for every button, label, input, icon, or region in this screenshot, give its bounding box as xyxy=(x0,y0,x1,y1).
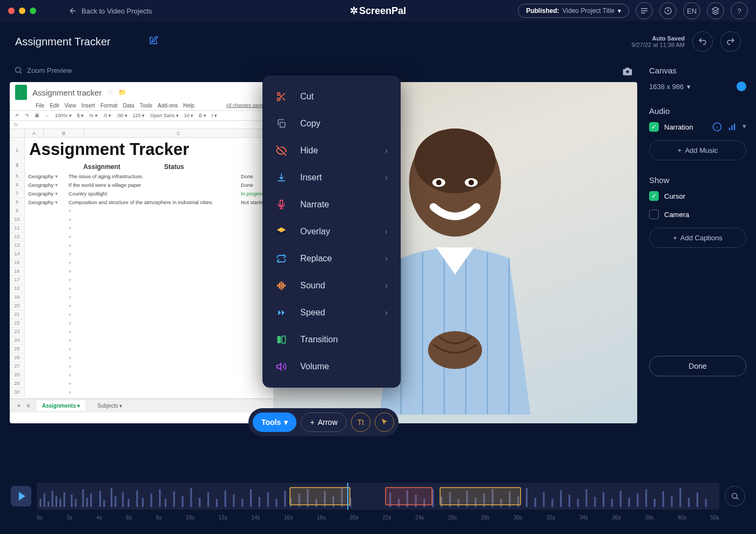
layers-button[interactable] xyxy=(707,2,724,19)
history-icon xyxy=(664,6,672,15)
sheet-menu-item[interactable]: Insert xyxy=(82,103,95,109)
time-tick: 14s xyxy=(251,515,260,521)
sheet-toolbar-item[interactable]: I ▾ xyxy=(212,113,217,118)
sheet-menu-item[interactable]: Edit xyxy=(50,103,59,109)
svg-rect-105 xyxy=(697,492,698,507)
sheet-menu-item[interactable]: View xyxy=(64,103,76,109)
info-icon[interactable] xyxy=(712,122,722,132)
redo-button[interactable] xyxy=(720,31,741,52)
screenshot-button[interactable] xyxy=(622,66,633,79)
plus-icon: + xyxy=(673,234,677,242)
menu-item-transition[interactable]: Transition xyxy=(262,326,401,353)
sheet-tab-assignments[interactable]: Assignments ▾ xyxy=(37,401,86,411)
svg-rect-26 xyxy=(48,502,49,507)
sheet-menu-item[interactable]: Add-ons xyxy=(158,103,178,109)
camera-checkbox[interactable] xyxy=(649,209,659,219)
svg-point-8 xyxy=(428,331,482,369)
chevron-right-icon: › xyxy=(385,308,388,317)
done-label: Done xyxy=(688,362,706,370)
svg-rect-85 xyxy=(526,488,528,507)
menu-item-speed[interactable]: Speed › xyxy=(262,299,401,326)
play-button[interactable] xyxy=(11,486,31,506)
help-button[interactable]: ? xyxy=(731,2,748,19)
chevron-down-icon[interactable]: ▾ xyxy=(742,122,746,132)
svg-rect-57 xyxy=(259,497,260,507)
menu-item-insert[interactable]: Insert › xyxy=(262,164,401,191)
sheet-toolbar-item[interactable]: 100% ▾ xyxy=(55,113,72,118)
maximize-window-button[interactable] xyxy=(30,8,36,14)
menu-item-narrate[interactable]: Narrate xyxy=(262,191,401,218)
zoom-preview-label: Zoom Preview xyxy=(27,66,72,75)
sheet-toolbar-item[interactable]: 123 ▾ xyxy=(133,113,145,118)
menu-item-volume[interactable]: Volume xyxy=(262,353,401,380)
waveform-track[interactable] xyxy=(37,483,719,510)
svg-rect-46 xyxy=(165,499,166,507)
sheet-toolbar-item[interactable]: .00 ▾ xyxy=(117,113,127,118)
sheet-toolbar-item[interactable]: % ▾ xyxy=(89,113,98,118)
canvas-dimensions-dropdown[interactable]: 1638 x 986 ▾ xyxy=(649,83,691,91)
undo-button[interactable] xyxy=(692,31,713,52)
menu-item-overlay[interactable]: Overlay › xyxy=(262,218,401,245)
done-button[interactable]: Done xyxy=(649,356,746,376)
narration-label: Narration xyxy=(664,123,693,131)
tools-dropdown[interactable]: Tools ▾ xyxy=(253,413,296,432)
sheet-menu-item[interactable]: Data xyxy=(123,103,134,109)
sheet-toolbar-item[interactable]: $ ▾ xyxy=(77,113,84,118)
canvas-color-swatch[interactable] xyxy=(737,82,746,91)
back-button[interactable]: Back to Video Projects xyxy=(69,6,152,15)
svg-rect-40 xyxy=(122,492,124,507)
svg-rect-43 xyxy=(142,498,144,507)
cursor-checkbox[interactable]: ✓ xyxy=(649,191,659,201)
zoom-preview-button[interactable]: Zoom Preview xyxy=(14,66,72,75)
copy-icon xyxy=(275,118,287,130)
menu-item-replace[interactable]: Replace › xyxy=(262,245,401,272)
playhead[interactable] xyxy=(347,483,348,510)
menu-item-cut[interactable]: Cut xyxy=(262,83,401,110)
time-tick: 36s xyxy=(612,515,620,521)
sheet-toolbar-item[interactable]: 10 ▾ xyxy=(184,113,194,118)
menu-label: Insert xyxy=(300,173,322,182)
add-captions-button[interactable]: + Add Captions xyxy=(649,228,746,248)
add-music-button[interactable]: + Add Music xyxy=(649,140,746,160)
svg-rect-52 xyxy=(216,499,218,507)
add-sheet-button[interactable]: + xyxy=(17,403,21,409)
sheet-menu-item[interactable]: Tools xyxy=(140,103,152,109)
svg-rect-16 xyxy=(280,200,283,206)
sheet-tab-subjects[interactable]: Subjects ▾ xyxy=(92,401,127,411)
edit-title-button[interactable] xyxy=(148,36,158,48)
cursor-icon xyxy=(380,418,389,427)
sheet-list-button[interactable]: ≡ xyxy=(27,403,30,409)
svg-rect-59 xyxy=(275,499,277,507)
language-button[interactable]: EN xyxy=(683,2,700,19)
menu-item-hide[interactable]: Hide › xyxy=(262,137,401,164)
history-button[interactable] xyxy=(659,2,677,19)
sheet-toolbar-item[interactable]: .0 ▾ xyxy=(103,113,111,118)
sheet-menu-item[interactable]: File xyxy=(36,103,44,109)
list-button[interactable] xyxy=(636,2,653,19)
sheet-menu-item[interactable]: Format xyxy=(100,103,118,109)
publish-status-label: Published: xyxy=(526,7,559,15)
svg-rect-94 xyxy=(603,492,604,507)
time-tick: 20s xyxy=(350,515,359,521)
arrow-tool-button[interactable]: + Arrow xyxy=(301,413,347,432)
timeline-zoom-button[interactable] xyxy=(725,486,745,506)
menu-item-copy[interactable]: Copy xyxy=(262,110,401,137)
sheet-toolbar-item[interactable]: Open Sans ▾ xyxy=(150,113,179,118)
narration-checkbox[interactable]: ✓ xyxy=(649,122,659,132)
overlay-block-1[interactable] xyxy=(289,487,351,505)
overlay-block-2[interactable] xyxy=(385,487,433,505)
redo-icon xyxy=(726,37,735,46)
publish-dropdown[interactable]: Published: Video Project Title ▾ xyxy=(518,4,629,18)
sheet-menu-item[interactable]: Help xyxy=(183,103,194,109)
audio-levels-icon[interactable] xyxy=(727,122,737,132)
overlay-block-3[interactable] xyxy=(440,487,522,505)
dimensions-value: 1638 x 986 xyxy=(649,83,684,91)
sheet-toolbar-item[interactable]: B ▾ xyxy=(199,113,206,118)
publish-title: Video Project Title xyxy=(563,7,615,15)
menu-item-sound[interactable]: Sound › xyxy=(262,272,401,299)
text-tool-button[interactable]: Tt xyxy=(351,413,370,432)
svg-rect-87 xyxy=(543,492,544,507)
minimize-window-button[interactable] xyxy=(19,8,25,14)
cursor-tool-button[interactable] xyxy=(375,413,394,432)
close-window-button[interactable] xyxy=(8,8,15,14)
